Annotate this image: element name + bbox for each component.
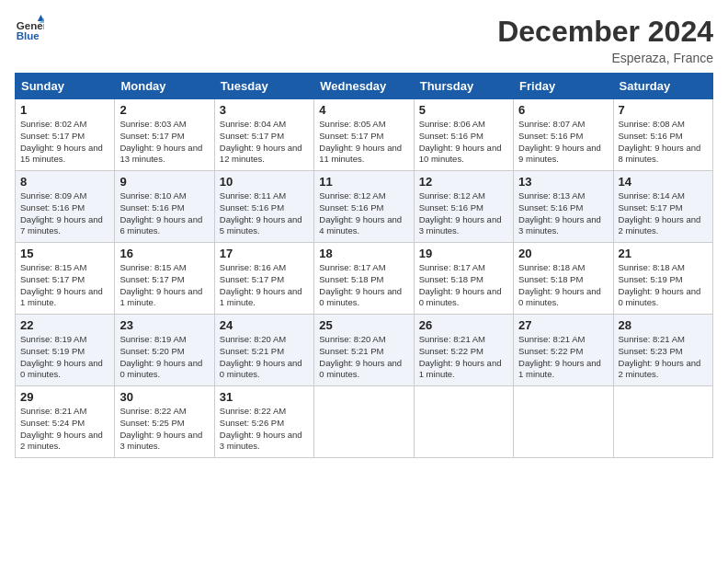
day-number: 18 bbox=[319, 247, 408, 260]
title-block: December 2024 Esperaza, France bbox=[497, 15, 713, 65]
cell-info: Sunrise: 8:12 AM Sunset: 5:16 PM Dayligh… bbox=[319, 190, 408, 237]
day-number: 17 bbox=[220, 247, 309, 260]
col-tuesday: Tuesday bbox=[214, 74, 313, 99]
cell-info: Sunrise: 8:10 AM Sunset: 5:16 PM Dayligh… bbox=[119, 190, 209, 237]
cell-info: Sunrise: 8:03 AM Sunset: 5:17 PM Dayligh… bbox=[119, 119, 209, 166]
day-number: 6 bbox=[518, 103, 608, 117]
col-sunday: Sunday bbox=[16, 74, 115, 99]
table-row bbox=[514, 386, 613, 458]
svg-text:Blue: Blue bbox=[17, 30, 40, 41]
cell-info: Sunrise: 8:21 AM Sunset: 5:24 PM Dayligh… bbox=[20, 406, 109, 453]
day-number: 12 bbox=[419, 175, 508, 189]
day-number: 2 bbox=[119, 103, 209, 117]
table-row: 23Sunrise: 8:19 AM Sunset: 5:20 PM Dayli… bbox=[115, 315, 214, 386]
logo-icon: General Blue bbox=[15, 15, 44, 44]
cell-info: Sunrise: 8:16 AM Sunset: 5:17 PM Dayligh… bbox=[220, 262, 309, 309]
col-monday: Monday bbox=[115, 74, 214, 99]
table-row: 10Sunrise: 8:11 AM Sunset: 5:16 PM Dayli… bbox=[214, 171, 313, 243]
page-header: General Blue General Blue December 2024 … bbox=[15, 15, 713, 65]
cell-info: Sunrise: 8:22 AM Sunset: 5:26 PM Dayligh… bbox=[220, 406, 309, 453]
calendar-week-row: 1Sunrise: 8:02 AM Sunset: 5:17 PM Daylig… bbox=[16, 99, 713, 171]
day-number: 3 bbox=[220, 103, 309, 117]
day-number: 29 bbox=[20, 390, 109, 404]
table-row: 18Sunrise: 8:17 AM Sunset: 5:18 PM Dayli… bbox=[314, 243, 414, 315]
cell-info: Sunrise: 8:21 AM Sunset: 5:22 PM Dayligh… bbox=[518, 334, 608, 381]
table-row: 24Sunrise: 8:20 AM Sunset: 5:21 PM Dayli… bbox=[214, 315, 313, 386]
calendar-week-row: 8Sunrise: 8:09 AM Sunset: 5:16 PM Daylig… bbox=[16, 171, 713, 243]
cell-info: Sunrise: 8:18 AM Sunset: 5:19 PM Dayligh… bbox=[619, 262, 708, 309]
table-row: 2Sunrise: 8:03 AM Sunset: 5:17 PM Daylig… bbox=[115, 99, 214, 171]
table-row: 19Sunrise: 8:17 AM Sunset: 5:18 PM Dayli… bbox=[414, 243, 513, 315]
day-number: 23 bbox=[119, 318, 209, 332]
cell-info: Sunrise: 8:07 AM Sunset: 5:16 PM Dayligh… bbox=[518, 119, 608, 166]
calendar-week-row: 22Sunrise: 8:19 AM Sunset: 5:19 PM Dayli… bbox=[16, 315, 713, 386]
cell-info: Sunrise: 8:17 AM Sunset: 5:18 PM Dayligh… bbox=[319, 262, 408, 309]
table-row: 12Sunrise: 8:12 AM Sunset: 5:16 PM Dayli… bbox=[414, 171, 513, 243]
calendar-week-row: 29Sunrise: 8:21 AM Sunset: 5:24 PM Dayli… bbox=[16, 386, 713, 458]
day-number: 21 bbox=[619, 247, 708, 260]
calendar-table: Sunday Monday Tuesday Wednesday Thursday… bbox=[15, 73, 713, 458]
cell-info: Sunrise: 8:14 AM Sunset: 5:17 PM Dayligh… bbox=[619, 190, 708, 237]
calendar-week-row: 15Sunrise: 8:15 AM Sunset: 5:17 PM Dayli… bbox=[16, 243, 713, 315]
cell-info: Sunrise: 8:13 AM Sunset: 5:16 PM Dayligh… bbox=[518, 190, 608, 237]
table-row: 28Sunrise: 8:21 AM Sunset: 5:23 PM Dayli… bbox=[613, 315, 712, 386]
day-number: 7 bbox=[619, 103, 708, 117]
cell-info: Sunrise: 8:15 AM Sunset: 5:17 PM Dayligh… bbox=[20, 262, 109, 309]
day-number: 25 bbox=[319, 318, 408, 332]
col-saturday: Saturday bbox=[613, 74, 712, 99]
logo: General Blue General Blue bbox=[15, 15, 44, 44]
cell-info: Sunrise: 8:06 AM Sunset: 5:16 PM Dayligh… bbox=[419, 119, 508, 166]
day-number: 16 bbox=[119, 247, 209, 260]
cell-info: Sunrise: 8:19 AM Sunset: 5:20 PM Dayligh… bbox=[119, 334, 209, 381]
table-row: 25Sunrise: 8:20 AM Sunset: 5:21 PM Dayli… bbox=[314, 315, 414, 386]
cell-info: Sunrise: 8:22 AM Sunset: 5:25 PM Dayligh… bbox=[119, 406, 209, 453]
day-number: 30 bbox=[119, 390, 209, 404]
table-row: 4Sunrise: 8:05 AM Sunset: 5:17 PM Daylig… bbox=[314, 99, 414, 171]
calendar-header-row: Sunday Monday Tuesday Wednesday Thursday… bbox=[16, 74, 713, 99]
day-number: 15 bbox=[20, 247, 109, 260]
cell-info: Sunrise: 8:02 AM Sunset: 5:17 PM Dayligh… bbox=[20, 119, 109, 166]
table-row: 30Sunrise: 8:22 AM Sunset: 5:25 PM Dayli… bbox=[115, 386, 214, 458]
table-row: 3Sunrise: 8:04 AM Sunset: 5:17 PM Daylig… bbox=[214, 99, 313, 171]
cell-info: Sunrise: 8:05 AM Sunset: 5:17 PM Dayligh… bbox=[319, 119, 408, 166]
cell-info: Sunrise: 8:20 AM Sunset: 5:21 PM Dayligh… bbox=[319, 334, 408, 381]
day-number: 26 bbox=[419, 318, 508, 332]
day-number: 27 bbox=[518, 318, 608, 332]
table-row: 29Sunrise: 8:21 AM Sunset: 5:24 PM Dayli… bbox=[16, 386, 115, 458]
day-number: 24 bbox=[220, 318, 309, 332]
col-thursday: Thursday bbox=[414, 74, 513, 99]
day-number: 20 bbox=[518, 247, 608, 260]
cell-info: Sunrise: 8:20 AM Sunset: 5:21 PM Dayligh… bbox=[220, 334, 309, 381]
table-row: 8Sunrise: 8:09 AM Sunset: 5:16 PM Daylig… bbox=[16, 171, 115, 243]
table-row: 6Sunrise: 8:07 AM Sunset: 5:16 PM Daylig… bbox=[514, 99, 613, 171]
col-wednesday: Wednesday bbox=[314, 74, 414, 99]
table-row: 15Sunrise: 8:15 AM Sunset: 5:17 PM Dayli… bbox=[16, 243, 115, 315]
table-row: 20Sunrise: 8:18 AM Sunset: 5:18 PM Dayli… bbox=[514, 243, 613, 315]
day-number: 22 bbox=[20, 318, 109, 332]
table-row: 1Sunrise: 8:02 AM Sunset: 5:17 PM Daylig… bbox=[16, 99, 115, 171]
table-row bbox=[414, 386, 513, 458]
table-row: 27Sunrise: 8:21 AM Sunset: 5:22 PM Dayli… bbox=[514, 315, 613, 386]
table-row bbox=[314, 386, 414, 458]
table-row: 9Sunrise: 8:10 AM Sunset: 5:16 PM Daylig… bbox=[115, 171, 214, 243]
day-number: 9 bbox=[119, 175, 209, 189]
table-row: 21Sunrise: 8:18 AM Sunset: 5:19 PM Dayli… bbox=[613, 243, 712, 315]
day-number: 10 bbox=[220, 175, 309, 189]
cell-info: Sunrise: 8:08 AM Sunset: 5:16 PM Dayligh… bbox=[619, 119, 708, 166]
cell-info: Sunrise: 8:04 AM Sunset: 5:17 PM Dayligh… bbox=[220, 119, 309, 166]
cell-info: Sunrise: 8:21 AM Sunset: 5:22 PM Dayligh… bbox=[419, 334, 508, 381]
month-title: December 2024 bbox=[497, 15, 713, 49]
table-row: 26Sunrise: 8:21 AM Sunset: 5:22 PM Dayli… bbox=[414, 315, 513, 386]
day-number: 8 bbox=[20, 175, 109, 189]
cell-info: Sunrise: 8:18 AM Sunset: 5:18 PM Dayligh… bbox=[518, 262, 608, 309]
day-number: 31 bbox=[220, 390, 309, 404]
table-row: 17Sunrise: 8:16 AM Sunset: 5:17 PM Dayli… bbox=[214, 243, 313, 315]
table-row: 16Sunrise: 8:15 AM Sunset: 5:17 PM Dayli… bbox=[115, 243, 214, 315]
day-number: 5 bbox=[419, 103, 508, 117]
cell-info: Sunrise: 8:21 AM Sunset: 5:23 PM Dayligh… bbox=[619, 334, 708, 381]
col-friday: Friday bbox=[514, 74, 613, 99]
cell-info: Sunrise: 8:09 AM Sunset: 5:16 PM Dayligh… bbox=[20, 190, 109, 237]
day-number: 13 bbox=[518, 175, 608, 189]
day-number: 1 bbox=[20, 103, 109, 117]
day-number: 19 bbox=[419, 247, 508, 260]
